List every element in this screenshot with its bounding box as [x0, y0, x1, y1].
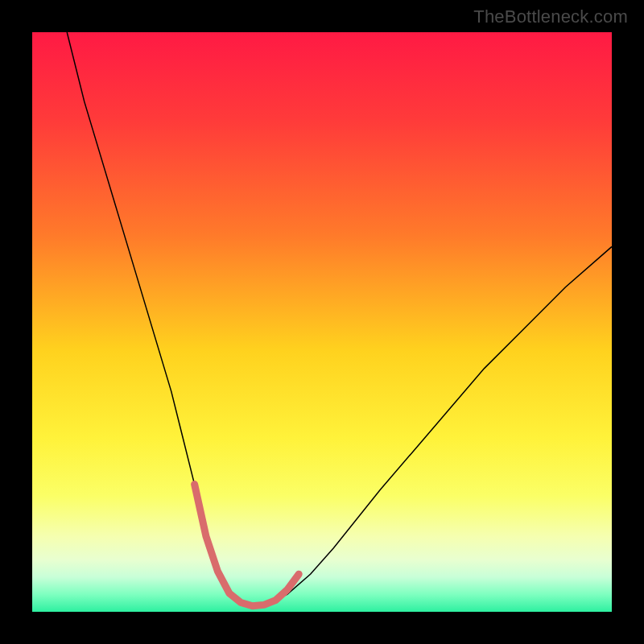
chart-svg	[32, 32, 612, 612]
chart-frame: TheBottleneck.com	[0, 0, 644, 644]
watermark-text: TheBottleneck.com	[473, 6, 628, 27]
plot-area	[32, 32, 612, 612]
gradient-background	[32, 32, 612, 612]
